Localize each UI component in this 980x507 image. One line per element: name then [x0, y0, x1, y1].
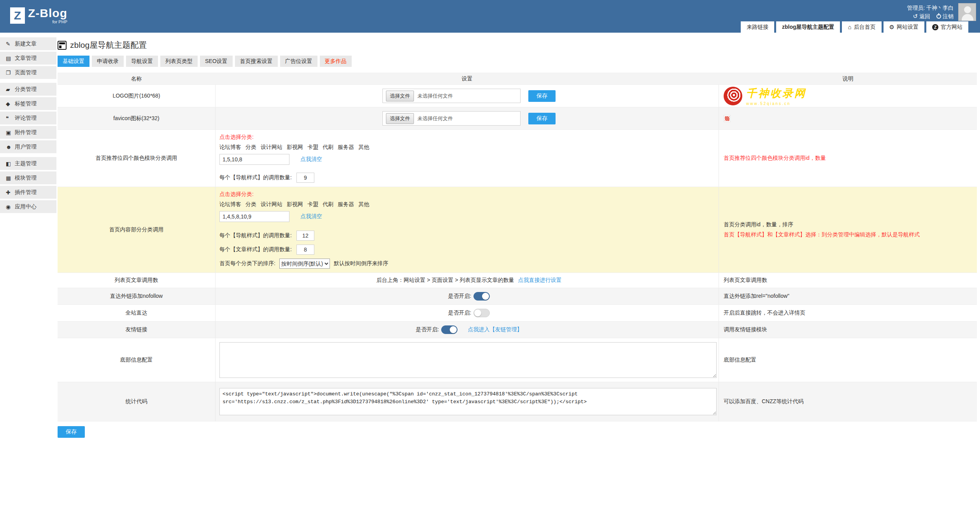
sidebar-item-new-article[interactable]: ✎ 新建文章: [0, 37, 56, 50]
logo-save-button[interactable]: 保存: [528, 90, 556, 102]
go-to-settings-link[interactable]: 点我直接进行设置: [518, 277, 561, 284]
sidebar-item-comments[interactable]: ❝ 评论管理: [0, 112, 56, 124]
tab-apply-inclusion[interactable]: 申请收录: [92, 56, 124, 67]
category-link[interactable]: 分类: [245, 201, 256, 208]
plugin-icon: ✚: [6, 189, 15, 196]
zblog-mark-icon: Z: [932, 24, 938, 30]
category-link[interactable]: 卡盟: [307, 144, 318, 151]
favicon-save-button[interactable]: 保存: [528, 113, 556, 124]
sidebar-item-users[interactable]: ☻ 用户管理: [0, 140, 56, 153]
nav-style-count-label: 每个【导航样式】的调用数量:: [219, 232, 292, 239]
row-name: 直达外链添加nofollow: [58, 288, 215, 304]
tab-more-works[interactable]: 更多作品: [320, 56, 352, 67]
clear-link[interactable]: 点我清空: [300, 213, 322, 220]
sidebar-item-articles[interactable]: ▤ 文章管理: [0, 52, 56, 65]
sidebar-item-categories[interactable]: ▰ 分类管理: [0, 83, 56, 96]
nav-style-count-input[interactable]: [296, 231, 314, 241]
category-link[interactable]: 其他: [358, 201, 369, 208]
category-link[interactable]: 其他: [358, 144, 369, 151]
category-link[interactable]: 设计网站: [261, 144, 282, 151]
row-note: 列表页文章调用数: [724, 277, 977, 284]
module-category-ids-input[interactable]: [219, 154, 289, 165]
back-link[interactable]: ↺ 返回: [913, 12, 930, 21]
sort-select[interactable]: 按时间倒序(默认): [279, 259, 330, 269]
top-tab-official-site[interactable]: Z 官方网站: [926, 21, 968, 33]
category-link[interactable]: 服务器: [338, 144, 354, 151]
table-row-list-count: 列表页文章调用数 后台上角：网站设置 > 页面设置 > 列表页显示文章的数量 点…: [58, 273, 977, 288]
friend-links-manage-link[interactable]: 点我进入【友链管理】: [468, 326, 522, 333]
top-tab-referrer[interactable]: 来路链接: [741, 21, 774, 33]
favicon-preview: [724, 115, 731, 122]
category-link[interactable]: 论坛博客: [219, 201, 241, 208]
tab-basic-settings[interactable]: 基础设置: [58, 56, 89, 67]
direct-toggle[interactable]: [473, 309, 490, 317]
top-tab-site-settings[interactable]: ⚙ 网站设置: [884, 21, 924, 33]
tab-seo-settings[interactable]: SEO设置: [200, 56, 233, 67]
table-row-nofollow: 直达外链添加nofollow 是否开启: 直达外链添加rel="nofollow…: [58, 288, 977, 305]
category-link[interactable]: 设计网站: [261, 201, 282, 208]
avatar[interactable]: [958, 3, 976, 21]
choose-file-button[interactable]: 选择文件: [386, 113, 414, 124]
top-bar: Z Z-Blog for PHP 管理员: 千神丶李白 ↺ 返回 注销 来路链接…: [0, 0, 980, 33]
category-link[interactable]: 分类: [245, 144, 256, 151]
table-row-friend-links: 友情链接 是否开启: 点我进入【友链管理】 调用友情链接模块: [58, 322, 977, 338]
category-link[interactable]: 服务器: [338, 201, 354, 208]
article-style-count-input[interactable]: [296, 245, 314, 255]
stats-code-textarea[interactable]: <script type="text/javascript">document.…: [219, 388, 717, 415]
comment-icon: ❝: [6, 115, 15, 121]
sidebar-item-themes[interactable]: ◧ 主题管理: [0, 157, 56, 170]
content-category-ids-input[interactable]: [219, 211, 289, 222]
table-row-favicon: favicon图标(32*32) 选择文件 未选择任何文件 保存: [58, 107, 977, 130]
top-tab-theme-config[interactable]: zblog屋导航主题配置: [776, 21, 840, 33]
table-header-row: 名称 设置 说明: [58, 73, 977, 85]
tab-list-page-type[interactable]: 列表页类型: [160, 56, 198, 67]
zblog-logo-sub: for PHP: [28, 20, 67, 24]
settings-table: 名称 设置 说明 LOGO图片(160*68) 选择文件 未选择任何文件 保存 …: [58, 73, 977, 421]
row-name: 统计代码: [58, 382, 215, 421]
footer-info-textarea[interactable]: [219, 342, 717, 378]
theme-icon: ◧: [6, 161, 15, 167]
choose-file-button[interactable]: 选择文件: [386, 91, 414, 101]
table-row-direct: 全站直达 是否开启: 开启后直接跳转，不会进入详情页: [58, 305, 977, 322]
category-link[interactable]: 代刷: [323, 144, 333, 151]
category-link[interactable]: 卡盟: [307, 201, 318, 208]
app-center-icon: ◉: [6, 204, 15, 210]
logo-file-input[interactable]: 选择文件 未选择任何文件: [382, 89, 521, 103]
category-link[interactable]: 影视网: [287, 201, 303, 208]
col-header-setting: 设置: [215, 73, 719, 84]
clear-link[interactable]: 点我清空: [300, 156, 322, 163]
sidebar-item-pages[interactable]: ❐ 页面管理: [0, 66, 56, 79]
tab-nav-settings[interactable]: 导航设置: [126, 56, 158, 67]
sidebar-item-plugins[interactable]: ✚ 插件管理: [0, 186, 56, 199]
row-note: 直达外链添加rel="nofollow": [724, 293, 977, 300]
logout-link[interactable]: 注销: [936, 12, 954, 21]
nofollow-toggle[interactable]: [473, 292, 490, 301]
category-link[interactable]: 论坛博客: [219, 144, 241, 151]
row-note: 调用友情链接模块: [724, 326, 977, 333]
row-note: 首页推荐位四个颜色模块分类调用id，数量: [724, 155, 977, 162]
row-name: LOGO图片(160*68): [58, 85, 215, 107]
table-row-logo: LOGO图片(160*68) 选择文件 未选择任何文件 保存 千神收录网 www…: [58, 85, 977, 107]
home-icon: ⌂: [848, 24, 851, 30]
favicon-file-input[interactable]: 选择文件 未选择任何文件: [382, 111, 521, 126]
sidebar-item-attachments[interactable]: ▣ 附件管理: [0, 126, 56, 139]
tab-ad-settings[interactable]: 广告位设置: [280, 56, 317, 67]
category-link[interactable]: 代刷: [323, 201, 333, 208]
sidebar-item-tags[interactable]: ◆ 标签管理: [0, 97, 56, 110]
save-button[interactable]: 保存: [58, 426, 85, 438]
friend-links-toggle[interactable]: [441, 325, 458, 334]
folder-icon: ▰: [6, 86, 15, 93]
nav-style-count-input[interactable]: [296, 173, 314, 183]
article-icon: ▤: [6, 55, 15, 61]
top-tab-dashboard[interactable]: ⌂ 后台首页: [842, 21, 881, 33]
category-link[interactable]: 影视网: [287, 144, 303, 151]
theme-config-icon: [58, 41, 67, 50]
tag-icon: ◆: [6, 101, 15, 107]
sidebar-item-modules[interactable]: ▦ 模块管理: [0, 171, 56, 184]
grid-icon: ▦: [6, 175, 15, 181]
sidebar-item-app-center[interactable]: ◉ 应用中心: [0, 200, 56, 213]
article-style-count-label: 每个【文章样式】的调用数量:: [219, 246, 292, 253]
config-tabs: 基础设置 申请收录 导航设置 列表页类型 SEO设置 首页搜索设置 广告位设置 …: [58, 56, 977, 67]
tab-home-search-settings[interactable]: 首页搜索设置: [235, 56, 278, 67]
row-name: 列表页文章调用数: [58, 273, 215, 288]
